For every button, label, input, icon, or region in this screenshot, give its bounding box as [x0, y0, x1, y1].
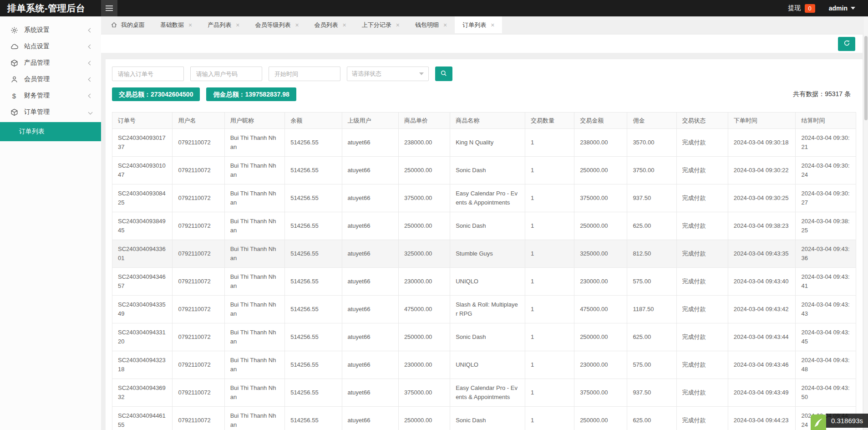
- cell-amount: 475000.00: [574, 296, 627, 323]
- user-no-input[interactable]: [190, 67, 262, 81]
- sidebar-item-2[interactable]: 产品管理: [0, 55, 101, 71]
- cell-amount: 250000.00: [574, 212, 627, 240]
- tab-5[interactable]: 上下分记录×: [354, 16, 407, 33]
- tab-2[interactable]: 产品列表×: [200, 16, 247, 33]
- tab-3[interactable]: 会员等级列表×: [247, 16, 306, 33]
- cell-quantity: 1: [525, 129, 574, 157]
- cell-order-time: 2024-03-04 09:43:40: [728, 268, 796, 296]
- order-no-input[interactable]: [112, 67, 184, 81]
- table-row: SC240304094336010792110072Bui Thi Thanh …: [112, 240, 856, 268]
- cell-amount: 250000.00: [574, 407, 627, 430]
- tab-6[interactable]: 钱包明细×: [407, 16, 455, 33]
- cell-quantity: 1: [525, 157, 574, 184]
- column-header-order-time: 下单时间: [728, 113, 796, 129]
- column-header-status: 交易状态: [676, 113, 728, 129]
- cell-balance: 514256.55: [285, 296, 342, 323]
- sidebar-item-0[interactable]: 系统设置: [0, 22, 101, 38]
- search-button[interactable]: [435, 67, 452, 81]
- cell-parent-user: atuyet66: [342, 184, 398, 212]
- close-icon[interactable]: ×: [396, 22, 400, 28]
- cell-parent-user: atuyet66: [342, 157, 398, 184]
- cell-quantity: 1: [525, 379, 574, 407]
- user-icon: [10, 75, 18, 83]
- thinkphp-logo-icon[interactable]: [811, 415, 826, 430]
- cell-username: 0792110072: [173, 129, 224, 157]
- status-select-value: 请选择状态: [352, 70, 381, 78]
- cell-product-name: King N Quality: [450, 129, 525, 157]
- column-header-settle-time: 结算时间: [796, 113, 856, 129]
- cell-status: 完成付款: [676, 323, 728, 351]
- sidebar-item-1[interactable]: 站点设置: [0, 38, 101, 55]
- record-count: 共有数据：95317 条: [793, 90, 856, 98]
- cell-nickname: Bui Thi Thanh Nhan: [224, 157, 284, 184]
- cell-order-time: 2024-03-04 09:30:18: [728, 129, 796, 157]
- cell-settle-time: 2024-03-04 09:30:21: [796, 129, 856, 157]
- cell-product-name: Sonic Dash: [450, 407, 525, 430]
- top-header-bar: 排单系统-管理后台 提现 0 admin: [0, 0, 868, 16]
- cell-commission: 575.00: [627, 268, 676, 296]
- cell-order-no: SC24030409434657: [112, 268, 173, 296]
- status-select[interactable]: 请选择状态: [347, 67, 429, 81]
- cell-order-time: 2024-03-04 09:30:22: [728, 157, 796, 184]
- close-icon[interactable]: ×: [188, 22, 192, 28]
- cell-parent-user: atuyet66: [342, 212, 398, 240]
- cell-username: 0792110072: [173, 157, 224, 184]
- vertical-scrollbar: [864, 17, 868, 430]
- cell-status: 完成付款: [676, 407, 728, 430]
- cell-commission: 937.50: [627, 379, 676, 407]
- cell-commission: 625.00: [627, 212, 676, 240]
- sidebar-item-5[interactable]: 订单管理: [0, 104, 101, 120]
- withdraw-link[interactable]: 提现 0: [788, 4, 815, 13]
- cell-balance: 514256.55: [285, 212, 342, 240]
- cell-quantity: 1: [525, 184, 574, 212]
- cell-parent-user: atuyet66: [342, 129, 398, 157]
- user-menu[interactable]: admin: [829, 5, 855, 12]
- cell-status: 完成付款: [676, 240, 728, 268]
- sidebar-item-label: 订单管理: [24, 108, 89, 116]
- cell-quantity: 1: [525, 351, 574, 379]
- close-icon[interactable]: ×: [491, 22, 494, 28]
- gear-icon: [10, 26, 18, 34]
- sidebar-item-3[interactable]: 会员管理: [0, 71, 101, 87]
- cell-parent-user: atuyet66: [342, 268, 398, 296]
- cell-username: 0792110072: [173, 323, 224, 351]
- refresh-button[interactable]: [838, 37, 855, 51]
- cell-order-time: 2024-03-04 09:43:44: [728, 323, 796, 351]
- tab-0[interactable]: 我的桌面: [103, 16, 152, 33]
- tab-4[interactable]: 会员列表×: [307, 16, 354, 33]
- cell-order-no: SC24030409446155: [112, 407, 173, 430]
- refresh-icon: [843, 39, 851, 48]
- close-icon[interactable]: ×: [295, 22, 299, 28]
- column-header-commission: 佣金: [627, 113, 676, 129]
- cell-unit-price: 375000.00: [398, 379, 450, 407]
- tab-7[interactable]: 订单列表×: [455, 16, 502, 33]
- close-icon[interactable]: ×: [236, 22, 239, 28]
- cell-settle-time: 2024-03-04 09:43:48: [796, 351, 856, 379]
- close-icon[interactable]: ×: [343, 22, 346, 28]
- cell-username: 0792110072: [173, 296, 224, 323]
- sidebar-item-label: 产品管理: [24, 59, 89, 67]
- sidebar-item-4[interactable]: $财务管理: [0, 87, 101, 104]
- cell-unit-price: 250000.00: [398, 212, 450, 240]
- cell-order-no: SC24030409433549: [112, 296, 173, 323]
- cell-unit-price: 250000.00: [398, 157, 450, 184]
- table-row: SC240304094323180792110072Bui Thi Thanh …: [112, 351, 856, 379]
- tab-label: 上下分记录: [362, 21, 391, 29]
- home-icon: [111, 21, 117, 28]
- cell-settle-time: 2024-03-04 09:30:27: [796, 184, 856, 212]
- cell-commission: 812.50: [627, 240, 676, 268]
- tab-1[interactable]: 基础数据×: [152, 16, 200, 33]
- cell-product-name: Easy Calendar Pro - Events & Appointment…: [450, 184, 525, 212]
- scrollbar-thumb[interactable]: [864, 36, 868, 120]
- start-time-input[interactable]: [269, 67, 340, 81]
- cell-unit-price: 375000.00: [398, 184, 450, 212]
- menu-toggle-button[interactable]: [101, 0, 117, 16]
- cell-status: 完成付款: [676, 296, 728, 323]
- cell-commission: 575.00: [627, 351, 676, 379]
- close-icon[interactable]: ×: [443, 22, 447, 28]
- column-header-balance: 余额: [285, 113, 342, 129]
- sidebar-subitem-order-list[interactable]: 订单列表: [0, 122, 101, 141]
- toolbar-strip: [101, 35, 863, 53]
- cell-product-name: Sonic Dash: [450, 212, 525, 240]
- cell-order-time: 2024-03-04 09:38:23: [728, 212, 796, 240]
